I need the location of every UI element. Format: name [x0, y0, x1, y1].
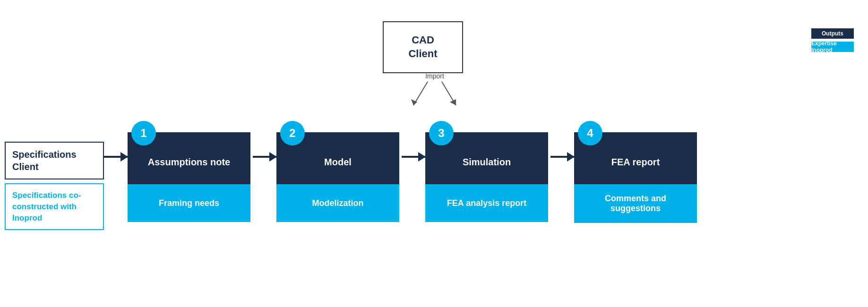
legend-expertise: Expertise Inoprod	[811, 42, 854, 52]
legend-expertise-box: Expertise Inoprod	[811, 42, 854, 52]
arrow-3	[402, 156, 425, 158]
specs-client-section: Specifications Client Specifications co-…	[5, 142, 104, 230]
cad-client-box: CADClient	[383, 21, 463, 73]
step-circle-1: 1	[131, 121, 156, 145]
block-bottom-3: FEA analysis report	[425, 184, 548, 222]
block-wrapper-1: Assumptions note Framing needs	[128, 132, 250, 222]
step-circle-2: 2	[280, 121, 305, 145]
arrow-4	[550, 156, 574, 158]
block-bottom-2: Modelization	[276, 184, 399, 222]
import-arrows-svg: Import	[387, 70, 482, 112]
process-block-2: 2 Model Modelization	[276, 132, 402, 222]
block-wrapper-3: Simulation FEA analysis report	[425, 132, 548, 222]
arrow-line-4	[550, 156, 574, 158]
svg-text:Import: Import	[425, 72, 444, 80]
block-wrapper-4: FEA report Comments and suggestions	[574, 132, 697, 223]
step-circle-3: 3	[429, 121, 454, 145]
arrow-2	[253, 156, 276, 158]
arrow-1	[104, 156, 128, 158]
process-block-1: 1 Assumptions note Framing needs	[128, 132, 253, 222]
block-bottom-1: Framing needs	[128, 184, 250, 222]
specs-client-cyan-box: Specifications co-constructed with Inopr…	[5, 183, 104, 230]
block-bottom-4: Comments and suggestions	[574, 184, 697, 223]
block-wrapper-2: Model Modelization	[276, 132, 399, 222]
arrow-line-3	[402, 156, 425, 158]
arrow-line-1	[104, 156, 128, 158]
step-circle-4: 4	[578, 121, 602, 145]
legend-outputs: Outputs	[811, 28, 854, 39]
specs-client-dark-box: Specifications Client	[5, 142, 104, 179]
cad-client-text: CADClient	[408, 34, 437, 60]
legend: Outputs Expertise Inoprod	[811, 28, 854, 52]
legend-outputs-box: Outputs	[811, 28, 854, 39]
arrow-line-2	[253, 156, 276, 158]
process-block-3: 3 Simulation FEA analysis report	[425, 132, 550, 222]
process-block-4: 4 FEA report Comments and suggestions	[574, 132, 699, 223]
